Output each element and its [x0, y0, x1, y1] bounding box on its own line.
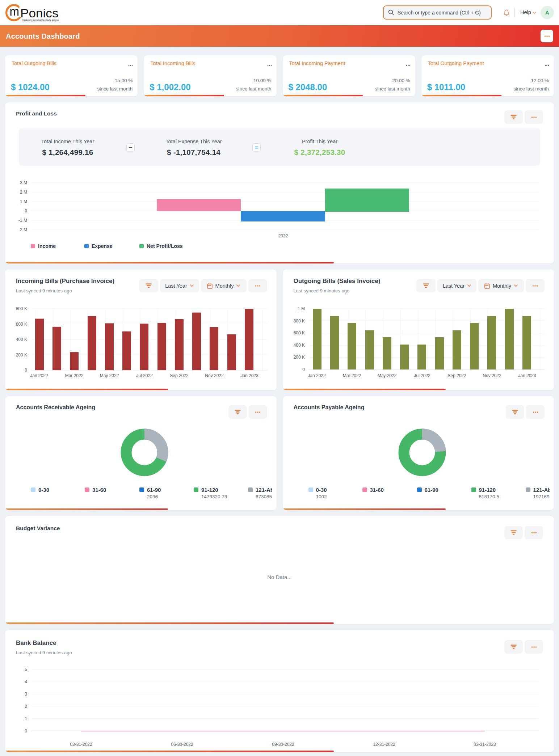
- svg-text:Jan 2022: Jan 2022: [308, 373, 326, 378]
- svg-text:0: 0: [25, 728, 27, 734]
- svg-text:03-31-2022: 03-31-2022: [70, 742, 92, 747]
- svg-text:600 K: 600 K: [293, 330, 304, 335]
- svg-text:Jul 2022: Jul 2022: [414, 373, 430, 378]
- svg-text:1: 1: [25, 716, 27, 721]
- svg-text:Mar 2022: Mar 2022: [342, 373, 361, 378]
- svg-text:06-30-2022: 06-30-2022: [171, 742, 193, 747]
- svg-text:0: 0: [25, 368, 27, 373]
- svg-text:May 2022: May 2022: [377, 373, 396, 378]
- svg-text:800 K: 800 K: [16, 306, 27, 311]
- svg-text:2022: 2022: [278, 233, 288, 238]
- svg-text:Sep 2022: Sep 2022: [447, 373, 466, 378]
- svg-text:3 M: 3 M: [20, 180, 27, 185]
- svg-text:Ponics: Ponics: [20, 6, 59, 20]
- svg-text:200 K: 200 K: [16, 352, 27, 358]
- svg-text:09-30-2022: 09-30-2022: [272, 742, 294, 747]
- svg-text:2 M: 2 M: [20, 190, 27, 195]
- svg-text:0: 0: [25, 208, 27, 214]
- svg-text:Jan 2023: Jan 2023: [518, 373, 536, 378]
- svg-text:5: 5: [25, 667, 27, 672]
- svg-text:Jul 2022: Jul 2022: [136, 373, 153, 378]
- svg-text:May 2022: May 2022: [100, 373, 119, 378]
- svg-text:0: 0: [302, 367, 305, 372]
- svg-text:1 M: 1 M: [20, 199, 27, 204]
- svg-text:800 K: 800 K: [293, 318, 304, 324]
- svg-text:Nov 2022: Nov 2022: [483, 373, 501, 378]
- svg-text:Jan 2023: Jan 2023: [240, 373, 259, 378]
- svg-text:4: 4: [25, 679, 27, 684]
- svg-text:400 K: 400 K: [293, 343, 304, 348]
- svg-text:Nov 2022: Nov 2022: [205, 373, 224, 378]
- svg-text:12-31-2022: 12-31-2022: [373, 742, 395, 747]
- svg-text:1 M: 1 M: [297, 306, 304, 311]
- svg-text:Jan 2022: Jan 2022: [30, 373, 48, 378]
- svg-text:03-31-2023: 03-31-2023: [474, 742, 496, 747]
- svg-text:-1 M: -1 M: [18, 218, 27, 223]
- svg-text:200 K: 200 K: [293, 355, 304, 360]
- svg-text:m: m: [10, 5, 20, 18]
- svg-text:3: 3: [25, 692, 27, 697]
- svg-text:Mar 2022: Mar 2022: [65, 373, 84, 378]
- svg-text:600 K: 600 K: [16, 322, 27, 327]
- svg-text:Sep 2022: Sep 2022: [170, 373, 189, 378]
- svg-text:2: 2: [25, 704, 27, 709]
- svg-text:marketing automation made simp: marketing automation made simple: [22, 18, 59, 22]
- svg-text:-2 M: -2 M: [18, 227, 27, 232]
- svg-text:400 K: 400 K: [16, 337, 27, 342]
